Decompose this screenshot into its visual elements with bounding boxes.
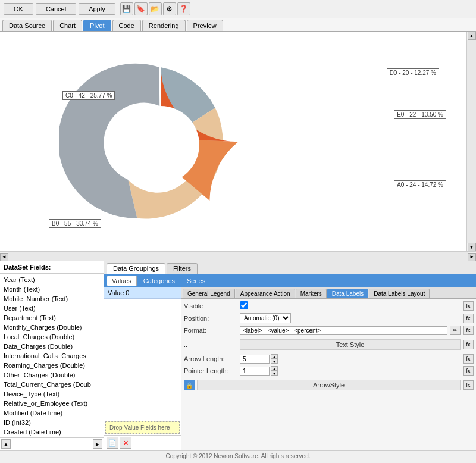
position-select[interactable]: Automatic (0) <box>240 313 291 323</box>
tab-code[interactable]: Code <box>112 20 141 31</box>
dataset-scroll-arrows: ▲ ► <box>0 437 104 450</box>
tab-categories[interactable]: Categories <box>138 276 180 286</box>
arrow-style-icon-btn[interactable]: 🔒 <box>184 380 195 390</box>
list-item[interactable]: Mobile_Number (Text) <box>0 294 104 304</box>
arrow-style-fx-btn[interactable]: fx <box>463 380 474 390</box>
pointer-length-up[interactable]: ▲ <box>271 366 278 371</box>
ok-button[interactable]: OK <box>4 3 33 15</box>
pointer-length-down[interactable]: ▼ <box>271 371 278 376</box>
pointer-length-fx-btn[interactable]: fx <box>463 366 474 376</box>
scroll-up-arrow[interactable]: ▲ <box>468 32 476 40</box>
arrow-length-row: Arrow Length: 5 ▲ ▼ fx <box>184 354 474 364</box>
prop-tab-bar: General Legend Appearance Action Markers… <box>181 287 476 299</box>
tab-pivot[interactable]: Pivot <box>83 20 111 31</box>
scroll-track[interactable] <box>467 40 476 243</box>
ds-right-arrow[interactable]: ► <box>93 439 102 449</box>
donut-chart <box>60 49 262 240</box>
scroll-left-arrow[interactable]: ◄ <box>0 253 8 261</box>
pointer-length-spinner: ▲ ▼ <box>271 366 278 376</box>
delete-value-btn[interactable]: ✕ <box>120 437 131 449</box>
list-item[interactable]: Total_Current_Charges (Doub <box>0 380 104 389</box>
save-icon-btn[interactable]: 💾 <box>120 2 133 15</box>
list-item[interactable]: Month (Text) <box>0 284 104 294</box>
visible-fx-btn[interactable]: fx <box>463 301 474 311</box>
settings-icon-btn[interactable]: ⚙ <box>163 2 176 15</box>
arrow-length-input[interactable]: 5 <box>240 355 270 364</box>
list-item[interactable]: User (Text) <box>0 304 104 313</box>
list-item[interactable]: Department (Text) <box>0 313 104 323</box>
chart-vertical-scrollbar: ▲ ▼ <box>466 32 476 251</box>
visible-row: Visible fx <box>184 301 474 311</box>
arrow-length-fx-btn[interactable]: fx <box>463 354 474 364</box>
footer: Copyright © 2012 Nevron Software. All ri… <box>0 450 476 462</box>
list-item[interactable]: Other_Charges (Double) <box>0 370 104 380</box>
scroll-right-arrow[interactable]: ► <box>468 253 476 261</box>
text-style-header: Text Style <box>240 339 461 350</box>
list-item[interactable]: Created (DateTime) <box>0 427 104 437</box>
visible-label: Visible <box>184 302 237 309</box>
arrow-length-spinner: ▲ ▼ <box>271 354 278 364</box>
text-style-row: .. Text Style fx <box>184 337 474 352</box>
dataset-list: Year (Text) Month (Text) Mobile_Number (… <box>0 274 104 437</box>
bookmark-icon-btn[interactable]: 🔖 <box>134 2 148 15</box>
help-icon-btn[interactable]: ❓ <box>177 2 190 15</box>
list-item[interactable]: Year (Text) <box>0 275 104 284</box>
add-value-btn[interactable]: 📄 <box>107 437 118 449</box>
tab-markers[interactable]: Markers <box>296 289 327 298</box>
list-item[interactable]: Data_Charges (Double) <box>0 342 104 351</box>
list-item[interactable]: Roaming_Charges (Double) <box>0 361 104 370</box>
ds-up-arrow[interactable]: ▲ <box>1 439 11 449</box>
tab-general-legend[interactable]: General Legend <box>183 289 235 298</box>
tab-preview[interactable]: Preview <box>187 20 223 31</box>
tab-chart[interactable]: Chart <box>53 20 82 31</box>
values-item-0[interactable]: Value 0 <box>104 287 181 299</box>
text-style-dots: .. <box>184 341 237 348</box>
format-label: Format: <box>184 327 237 334</box>
tab-series[interactable]: Series <box>181 276 211 286</box>
middle-section: Value 0 Drop Value Fields here 📄 ✕ <box>104 287 476 450</box>
delete-icon: ✕ <box>123 439 129 447</box>
pointer-length-input[interactable]: 1 <box>240 367 270 376</box>
visible-checkbox[interactable] <box>240 301 248 309</box>
tab-filters[interactable]: Filters <box>167 263 198 274</box>
scroll-h-track[interactable] <box>8 252 468 261</box>
arrow-length-up[interactable]: ▲ <box>271 354 278 359</box>
bottom-panel: DataSet Fields: Year (Text) Month (Text)… <box>0 261 476 450</box>
tab-data-labels-layout[interactable]: Data Labels Layout <box>369 289 430 298</box>
list-item[interactable]: Modified (DateTime) <box>0 408 104 418</box>
text-style-fx-btn[interactable]: fx <box>463 340 474 349</box>
main-area: D0 - 20 - 12.27 % C0 - 42 - 25.77 % E0 -… <box>0 32 476 462</box>
dataset-title: DataSet Fields: <box>0 261 104 274</box>
list-item[interactable]: Device_Type (Text) <box>0 389 104 399</box>
page-icon: 📄 <box>108 439 117 447</box>
list-item[interactable]: Local_Charges (Double) <box>0 332 104 342</box>
position-fx-btn[interactable]: fx <box>463 314 474 323</box>
scroll-down-arrow[interactable]: ▼ <box>468 243 476 251</box>
open-icon-btn[interactable]: 📂 <box>149 2 162 15</box>
arrow-length-down[interactable]: ▼ <box>271 359 278 364</box>
cancel-button[interactable]: Cancel <box>36 3 76 15</box>
main-tab-bar: Data Source Chart Pivot Code Rendering P… <box>0 18 476 32</box>
list-item[interactable]: Monthly_Charges (Double) <box>0 323 104 332</box>
apply-button[interactable]: Apply <box>79 3 115 15</box>
pointer-length-label: Pointer Length: <box>184 367 237 374</box>
drop-area[interactable]: Drop Value Fields here <box>105 421 180 434</box>
format-fx-btn[interactable]: fx <box>463 326 474 335</box>
chart-horizontal-scrollbar: ◄ ► <box>0 252 476 261</box>
tab-appearance-action[interactable]: Appearance Action <box>236 289 295 298</box>
position-row: Position: Automatic (0) fx <box>184 313 474 323</box>
format-input[interactable] <box>240 326 447 335</box>
tab-values[interactable]: Values <box>107 276 137 286</box>
tab-data-groupings[interactable]: Data Groupings <box>107 263 165 274</box>
tab-data-source[interactable]: Data Source <box>2 20 52 31</box>
list-item[interactable]: Relative_or_Employee (Text) <box>0 399 104 408</box>
list-item[interactable]: International_Calls_Charges <box>0 351 104 361</box>
position-value: Automatic (0) <box>240 313 461 323</box>
values-actions: 📄 ✕ <box>104 435 181 450</box>
tab-data-labels[interactable]: Data Labels <box>327 289 368 298</box>
tab-rendering[interactable]: Rendering <box>142 20 186 31</box>
values-list: Value 0 Drop Value Fields here 📄 ✕ <box>104 287 181 450</box>
list-item[interactable]: ID (Int32) <box>0 418 104 427</box>
arrow-style-row: 🔒 ArrowStyle fx <box>184 378 474 392</box>
format-edit-btn[interactable]: ✏ <box>450 326 461 335</box>
